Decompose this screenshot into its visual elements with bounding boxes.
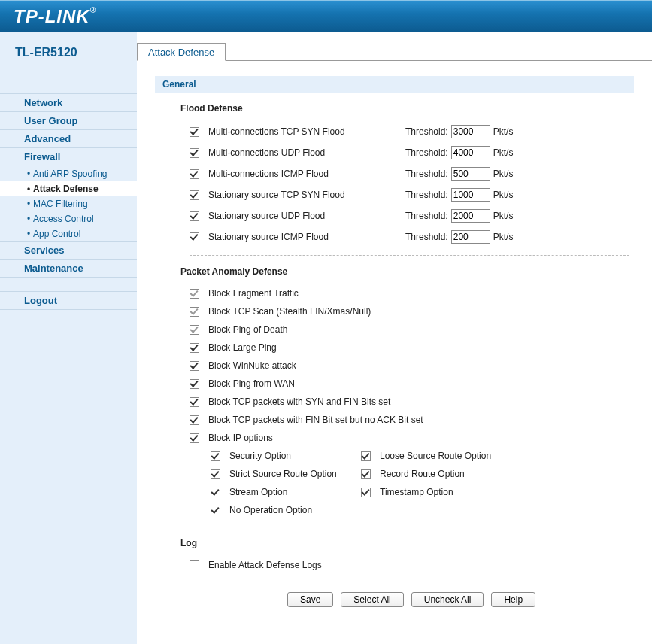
anomaly-label: Block WinNuke attack: [208, 360, 296, 371]
header: TP-LINK®: [0, 0, 652, 32]
anomaly-checkbox[interactable]: [190, 415, 199, 425]
anomaly-row: Block TCP Scan (Stealth FIN/Xmas/Null): [190, 302, 629, 320]
save-button[interactable]: Save: [287, 592, 333, 607]
subnav-access-control[interactable]: Access Control: [0, 211, 137, 226]
threshold-unit: Pkt/s: [493, 232, 514, 242]
flood-label: Multi-connections ICMP Flood: [208, 169, 405, 179]
anomaly-checkbox[interactable]: [190, 307, 199, 317]
model-label: TL-ER5120: [0, 32, 137, 73]
threshold-input[interactable]: [451, 230, 490, 244]
subnav-app-control[interactable]: App Control: [0, 226, 137, 242]
anomaly-rows: Block Fragment TrafficBlock TCP Scan (St…: [190, 284, 629, 527]
flood-row: Multi-connections ICMP FloodThreshold:Pk…: [190, 163, 629, 184]
anomaly-label: Block Ping from WAN: [208, 378, 295, 389]
flood-row: Stationary source ICMP FloodThreshold:Pk…: [190, 226, 629, 248]
anomaly-row: Block WinNuke attack: [190, 357, 629, 375]
anomaly-checkbox[interactable]: [190, 379, 199, 389]
flood-label: Multi-connections UDP Flood: [208, 147, 405, 158]
ip-option-checkbox[interactable]: [211, 488, 220, 497]
anomaly-label: Block IP options: [208, 433, 273, 443]
threshold-unit: Pkt/s: [493, 147, 514, 158]
anomaly-checkbox[interactable]: [190, 397, 199, 407]
flood-row: Multi-connections TCP SYN FloodThreshold…: [190, 121, 629, 142]
threshold-label: Threshold:: [405, 147, 448, 158]
flood-checkbox[interactable]: [190, 190, 199, 200]
nav-advanced[interactable]: Advanced: [0, 129, 137, 148]
threshold-unit: Pkt/s: [493, 169, 514, 179]
nav-usergroup[interactable]: User Group: [0, 111, 137, 130]
anomaly-checkbox[interactable]: [190, 361, 199, 371]
uncheck-all-button[interactable]: Uncheck All: [411, 592, 484, 607]
flood-row: Stationary source TCP SYN FloodThreshold…: [190, 184, 629, 205]
nav-firewall[interactable]: Firewall: [0, 147, 137, 166]
threshold-input[interactable]: [451, 188, 490, 202]
threshold-label: Threshold:: [405, 169, 448, 179]
section-general: General: [155, 76, 634, 93]
subsection-log: Log: [180, 538, 652, 548]
flood-checkbox[interactable]: [190, 127, 199, 137]
anomaly-label: Block TCP packets with FIN Bit set but n…: [208, 415, 423, 425]
help-button[interactable]: Help: [491, 592, 535, 607]
ip-option-checkbox[interactable]: [361, 488, 371, 497]
ip-option-checkbox[interactable]: [211, 506, 220, 515]
threshold-label: Threshold:: [405, 190, 448, 200]
threshold-label: Threshold:: [405, 126, 448, 137]
nav-maintenance[interactable]: Maintenance: [0, 259, 137, 278]
flood-rows: Multi-connections TCP SYN FloodThreshold…: [190, 121, 629, 256]
nav-logout[interactable]: Logout: [0, 291, 137, 310]
brand-logo: TP-LINK®: [14, 6, 96, 27]
log-rows: Enable Attack Defense Logs: [190, 556, 629, 582]
subnav-mac-filtering[interactable]: MAC Filtering: [0, 196, 137, 211]
anomaly-label: Block TCP Scan (Stealth FIN/Xmas/Null): [208, 306, 371, 317]
enable-log-label: Enable Attack Defense Logs: [208, 560, 322, 570]
select-all-button[interactable]: Select All: [341, 592, 403, 607]
subsection-flood: Flood Defense: [180, 103, 652, 114]
ip-options: Security OptionLoose Source Route Option…: [211, 447, 629, 519]
subnav-attack-defense[interactable]: Attack Defense: [0, 181, 137, 196]
flood-checkbox[interactable]: [190, 211, 199, 221]
flood-label: Stationary source ICMP Flood: [208, 232, 405, 242]
anomaly-row: Block Ping of Death: [190, 320, 629, 339]
flood-checkbox[interactable]: [190, 232, 199, 242]
nav-services[interactable]: Services: [0, 241, 137, 260]
threshold-unit: Pkt/s: [493, 190, 514, 200]
anomaly-checkbox[interactable]: [190, 289, 199, 299]
flood-checkbox[interactable]: [190, 169, 199, 179]
anomaly-checkbox[interactable]: [190, 343, 199, 353]
anomaly-checkbox[interactable]: [190, 433, 199, 443]
ip-option-label: Record Route Option: [380, 469, 465, 479]
flood-label: Stationary source UDP Flood: [208, 211, 405, 221]
ip-option-label: Security Option: [229, 451, 291, 461]
threshold-input[interactable]: [451, 125, 490, 138]
anomaly-checkbox[interactable]: [190, 325, 199, 335]
ip-option: Record Route Option: [361, 465, 511, 483]
anomaly-label: Block Ping of Death: [208, 324, 287, 335]
threshold-input[interactable]: [451, 209, 490, 223]
enable-log-checkbox[interactable]: [190, 560, 199, 570]
sidebar: TL-ER5120 Network User Group Advanced Fi…: [0, 32, 137, 644]
nav: Network User Group Advanced Firewall Ant…: [0, 93, 137, 310]
threshold-label: Threshold:: [405, 211, 448, 221]
ip-option-label: Stream Option: [229, 487, 287, 497]
flood-checkbox[interactable]: [190, 148, 199, 158]
flood-label: Multi-connections TCP SYN Flood: [208, 126, 405, 137]
nav-network[interactable]: Network: [0, 93, 137, 112]
flood-label: Stationary source TCP SYN Flood: [208, 190, 405, 200]
flood-row: Multi-connections UDP FloodThreshold:Pkt…: [190, 142, 629, 163]
tab-bar: Attack Defense: [137, 43, 652, 61]
threshold-input[interactable]: [451, 167, 490, 181]
content: Attack Defense General Flood Defense Mul…: [137, 32, 652, 644]
tab-attack-defense[interactable]: Attack Defense: [137, 43, 226, 61]
ip-option-checkbox[interactable]: [361, 469, 371, 479]
firewall-subnav: Anti ARP Spoofing Attack Defense MAC Fil…: [0, 166, 137, 242]
threshold-input[interactable]: [451, 146, 490, 159]
ip-option: Security Option: [211, 447, 361, 465]
ip-option-checkbox[interactable]: [211, 469, 220, 479]
anomaly-label: Block Fragment Traffic: [208, 288, 299, 299]
threshold-label: Threshold:: [405, 232, 448, 242]
ip-option-label: No Operation Option: [229, 505, 312, 515]
ip-option: Stream Option: [211, 483, 361, 501]
ip-option-checkbox[interactable]: [211, 451, 220, 461]
ip-option-checkbox[interactable]: [361, 451, 371, 461]
subnav-anti-arp[interactable]: Anti ARP Spoofing: [0, 166, 137, 181]
